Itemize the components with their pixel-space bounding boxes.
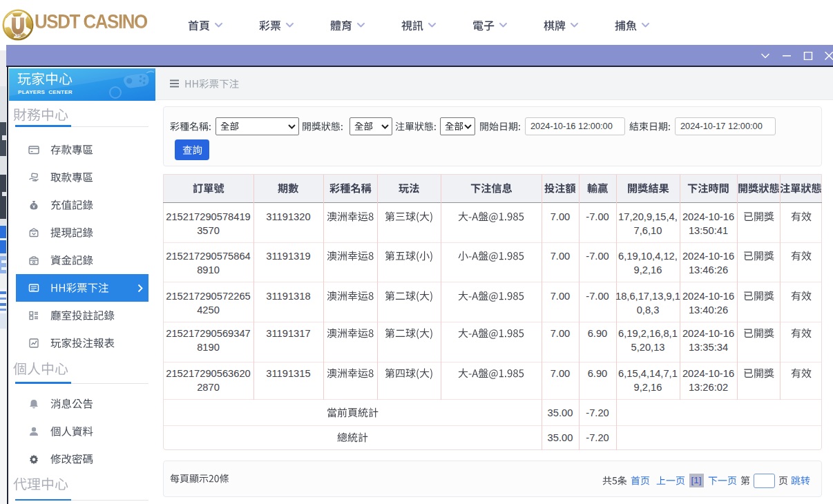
svg-text:CASINO: CASINO (11, 34, 25, 37)
